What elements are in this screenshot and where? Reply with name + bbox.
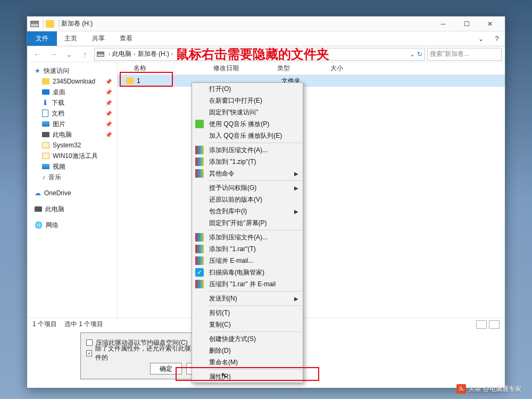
rar-icon [195, 245, 204, 253]
status-items: 1 个项目 [32, 320, 57, 329]
back-button[interactable]: ← [30, 47, 44, 61]
folder-icon [46, 20, 54, 28]
nav-thispc2[interactable]: 此电脑 [29, 204, 115, 214]
nav-quick-access[interactable]: ★快速访问 [29, 65, 115, 76]
breadcrumb-drive[interactable]: 新加卷 (H:) [138, 49, 169, 59]
nav-win10tool[interactable]: WIN10激活工具 [29, 151, 115, 161]
cm-add-1zip[interactable]: 添加到 "1.zip"(T) [192, 156, 303, 168]
cm-add-archive2[interactable]: 添加到压缩文件(A)... [192, 231, 303, 243]
nav-downloads[interactable]: ⬇下载📌 [29, 97, 115, 108]
nav-system32[interactable]: System32 [29, 140, 115, 151]
cm-add-archive[interactable]: 添加到压缩文件(A)... [192, 144, 303, 156]
breadcrumb-pc[interactable]: 此电脑 [112, 49, 131, 59]
cm-delete[interactable]: 删除(D) [192, 345, 303, 356]
download-icon: ⬇ [42, 98, 48, 107]
archive-icon [195, 169, 204, 178]
chevron-right-icon: › [134, 51, 135, 57]
view-details-button[interactable] [476, 320, 487, 329]
cm-cut[interactable]: 剪切(T) [192, 307, 303, 319]
file-list: 名称 修改日期 类型 大小 1 文件夹 [118, 62, 505, 318]
checkbox-index[interactable]: ✓ [86, 350, 92, 356]
cm-copy[interactable]: 复制(C) [192, 319, 303, 330]
ribbon: 文件 主页 共享 查看 ⌄ ? [27, 31, 505, 46]
cm-pin-quick[interactable]: 固定到"快速访问" [192, 106, 303, 118]
cm-grant-access[interactable]: 授予访问权限(G)▶ [192, 182, 303, 194]
checkbox-compress[interactable] [86, 339, 93, 346]
close-button[interactable]: ✕ [478, 16, 502, 31]
nav-desktop[interactable]: 桌面📌 [29, 87, 115, 97]
cm-restore-prev[interactable]: 还原以前的版本(V) [192, 194, 303, 205]
cm-send-to[interactable]: 发送到(N)▶ [192, 293, 303, 304]
nav-video[interactable]: 视频 [29, 161, 115, 172]
pin-icon: 📌 [105, 132, 112, 138]
search-input[interactable]: 搜索"新加卷... [427, 48, 502, 61]
ribbon-expand[interactable]: ⌄ [473, 31, 489, 46]
cm-open-new-window[interactable]: 在新窗口中打开(E) [192, 95, 303, 106]
rar-icon [195, 233, 204, 242]
minimize-button[interactable]: ─ [431, 16, 455, 31]
cm-open[interactable]: 打开(O) [192, 83, 303, 95]
nav-onedrive[interactable]: ☁OneDrive [29, 188, 115, 198]
watermark: 头 头条 @电脑通专家 [456, 384, 521, 394]
forward-button[interactable]: → [46, 47, 60, 61]
submenu-arrow-icon: ▶ [294, 209, 298, 214]
column-headers: 名称 修改日期 类型 大小 [118, 62, 505, 75]
cm-compress-rar-email[interactable]: 压缩到 "1.rar" 并 E-mail [192, 278, 303, 290]
cm-other-cmd[interactable]: 其他命令▶ [192, 168, 303, 179]
col-date[interactable]: 修改日期 [213, 64, 277, 73]
cm-qq-queue[interactable]: 加入 QQ音乐 播放队列(E) [192, 130, 303, 142]
file-row-selected[interactable]: 1 文件夹 [118, 75, 505, 87]
cm-scan-virus[interactable]: ✓扫描病毒(电脑管家) [192, 267, 303, 278]
status-selected: 选中 1 个项目 [64, 320, 103, 329]
col-type[interactable]: 类型 [277, 64, 330, 73]
maximize-button[interactable]: ☐ [455, 16, 478, 31]
view-icons-button[interactable] [489, 320, 500, 329]
cm-create-shortcut[interactable]: 创建快捷方式(S) [192, 333, 303, 345]
ok-button[interactable]: 确定 [150, 363, 182, 375]
nav-network[interactable]: 🌐网络 [29, 220, 115, 230]
pin-icon: 📌 [105, 79, 112, 85]
cm-compress-email[interactable]: 压缩并 E-mail... [192, 255, 303, 267]
chevron-right-icon: › [171, 51, 173, 57]
nav-music[interactable]: ♪音乐 [29, 172, 115, 182]
folder-icon [42, 153, 49, 159]
cm-properties[interactable]: 属性(R) [192, 371, 303, 383]
ribbon-view[interactable]: 查看 [112, 31, 140, 46]
qqmusic-icon [195, 120, 204, 128]
pin-icon: 📌 [105, 100, 112, 106]
annotation-text: 鼠标右击需要隐藏的文件夹 [176, 46, 329, 63]
toutiao-icon: 头 [456, 384, 466, 394]
separator [59, 20, 59, 28]
recent-button[interactable]: ⌄ [62, 47, 76, 61]
music-icon: ♪ [42, 173, 45, 181]
chevron-right-icon: › [109, 51, 110, 57]
picture-icon [42, 121, 49, 127]
nav-2345download[interactable]: 2345Download📌 [29, 76, 115, 87]
archive-icon [195, 157, 204, 166]
dropdown-icon[interactable]: ⌄ [410, 51, 415, 58]
cm-qq-play[interactable]: 使用 QQ音乐 播放(P) [192, 118, 303, 130]
nav-documents[interactable]: 文档📌 [29, 108, 115, 119]
drive-icon [30, 21, 39, 27]
cm-pin-start[interactable]: 固定到"开始"屏幕(P) [192, 217, 303, 229]
col-size[interactable]: 大小 [330, 64, 373, 73]
cm-add-1rar[interactable]: 添加到 "1.rar"(T) [192, 243, 303, 255]
ribbon-help[interactable]: ? [489, 31, 505, 46]
refresh-icon[interactable]: ↻ [417, 51, 422, 58]
col-name[interactable]: 名称 [118, 64, 213, 73]
menu-separator [208, 305, 302, 306]
submenu-arrow-icon: ▶ [294, 185, 298, 191]
ribbon-home[interactable]: 主页 [57, 31, 85, 46]
window-title: 新加卷 (H:) [61, 19, 431, 28]
pin-icon: 📌 [105, 121, 112, 127]
cm-include-lib[interactable]: 包含到库中(I)▶ [192, 205, 303, 217]
archive-icon [195, 146, 204, 154]
cm-rename[interactable]: 重命名(M) [192, 356, 303, 368]
folder-icon [126, 78, 134, 84]
ribbon-file[interactable]: 文件 [27, 31, 57, 46]
up-button[interactable]: ↑ [78, 47, 92, 61]
rar-icon [195, 280, 204, 288]
nav-thispc[interactable]: 此电脑📌 [29, 129, 115, 140]
nav-pictures[interactable]: 图片📌 [29, 119, 115, 129]
ribbon-share[interactable]: 共享 [85, 31, 112, 46]
